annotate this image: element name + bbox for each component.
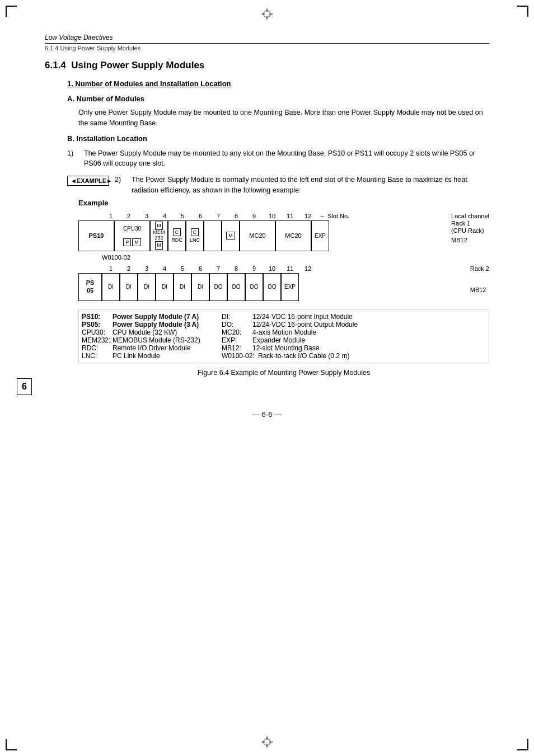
- legend-right-exp: EXP: Expander Module: [222, 336, 486, 344]
- legend-key-do: DO:: [222, 321, 252, 328]
- item-text-1: The Power Supply Module may be mounted t…: [84, 148, 489, 170]
- legend-val-exp: Expander Module: [252, 336, 305, 344]
- numbered-heading-1: 1. Number of Modules and Installation Lo…: [67, 79, 489, 88]
- legend-left-cpu30: CPU30: CPU Module (32 KW): [82, 328, 205, 336]
- rack1-m-box-2: M: [155, 241, 163, 250]
- r2-slot-12: 12: [299, 265, 317, 272]
- sub-heading-b: B. Installation Location: [67, 134, 489, 143]
- rack1-exp: EXP: [311, 220, 329, 251]
- rack2-ps05: PS05: [78, 273, 102, 301]
- rack2-exp: EXP: [281, 273, 299, 301]
- legend-row-mem232: MEM232: MEMOBUS Module (RS-232) EXP: Exp…: [82, 336, 486, 344]
- rack1-mb12: MB12: [451, 237, 489, 243]
- rack1-mem-label: MEM232: [153, 230, 165, 241]
- rack1-mem232: M MEM232 M: [150, 220, 168, 251]
- rack2-mb12: MB12: [470, 287, 489, 293]
- rack2-di2: DI: [120, 273, 138, 301]
- legend-key-di: DI:: [222, 313, 252, 321]
- rack2-di3: DI: [138, 273, 156, 301]
- rack1-mc20-2: MC20: [275, 220, 311, 251]
- header-section: Low Voltage Directives: [45, 34, 489, 44]
- legend-left-rdc: RDC: Remote I/O Driver Module: [82, 344, 205, 352]
- rack1-c-box-2: C: [191, 228, 199, 236]
- corner-br: [517, 739, 528, 750]
- example-label: Example: [78, 199, 489, 207]
- item-text-2: The Power Supply Module is normally moun…: [132, 175, 489, 196]
- slot-num-10: 10: [263, 213, 281, 219]
- item-number-2: 2): [115, 175, 132, 196]
- legend-row-ps05: PS05: Power Supply Module (3 A) DO: 12/2…: [82, 321, 486, 328]
- diagram-container: 1 2 3 4 5 6 7 8 9 10 11 12 ← Slot No.: [78, 213, 489, 377]
- example-row: ◄EXAMPLE► 2) The Power Supply Module is …: [67, 175, 489, 196]
- legend-val-ps05: Power Supply Module (3 A): [113, 321, 199, 328]
- legend-row-ps10: PS10: Power Supply Module (7 A) DI: 12/2…: [82, 313, 486, 321]
- slot-num-7: 7: [209, 213, 227, 219]
- corner-tl: [6, 6, 17, 17]
- legend-key-ps10: PS10:: [82, 313, 113, 321]
- legend-row-cpu30: CPU30: CPU Module (32 KW) MC20: 4-axis M…: [82, 328, 486, 336]
- slot-num-4: 4: [156, 213, 174, 219]
- rack1-p-module: P: [123, 238, 131, 246]
- cable-label: W0100-02: [102, 254, 489, 261]
- rack1-ps10: PS10: [78, 220, 114, 251]
- r2-slot-5: 5: [174, 265, 191, 272]
- rack1-lnc: C LNC: [186, 220, 204, 251]
- r2-slot-8: 8: [227, 265, 245, 272]
- r2-slot-1: 1: [102, 265, 120, 272]
- rack2-do2: DO: [227, 273, 245, 301]
- legend-val-do: 12/24-VDC 16-point Output Module: [252, 321, 358, 328]
- rack2-di5: DI: [174, 273, 191, 301]
- section-number: 6.1.4: [45, 60, 66, 71]
- rack2-do3: DO: [245, 273, 263, 301]
- rack2-di1: DI: [102, 273, 120, 301]
- legend-val-mem232: MEMOBUS Module (RS-232): [113, 336, 200, 344]
- corner-tr: [517, 6, 528, 17]
- rack1-m-box: M: [155, 222, 163, 230]
- rack1-modules: PS10 CPU30 P M M MEM232: [78, 220, 447, 251]
- section-title: 6.1.4 Using Power Supply Modules: [45, 60, 489, 71]
- rack1-rdc: C RDC: [168, 220, 186, 251]
- rack1-rdc-label: RDC: [171, 237, 182, 243]
- subheader: 6.1.4 Using Power Supply Modules: [45, 45, 489, 51]
- legend-val-di: 12/24-VDC 16-point Input Module: [252, 313, 353, 321]
- page-content: Low Voltage Directives 6.1.4 Using Power…: [45, 34, 489, 377]
- legend-row-lnc: LNC: PC Link Module W0100-02: Rack-to-ra…: [82, 352, 486, 360]
- header-title: Low Voltage Directives: [45, 34, 489, 41]
- rack1-rack-label: Rack 1: [451, 220, 489, 227]
- slot-num-6: 6: [191, 213, 209, 219]
- r2-slot-11: 11: [281, 265, 299, 272]
- rack1-slot7-empty: [204, 220, 222, 251]
- rack2-slot-numbers: 1 2 3 4 5 6 7 8 9 10 11 12: [102, 265, 466, 272]
- legend-row-rdc: RDC: Remote I/O Driver Module MB12: 12-s…: [82, 344, 486, 352]
- rack1-m-module-1: M: [132, 238, 141, 246]
- legend-key-rdc: RDC:: [82, 344, 113, 352]
- section-name: Using Power Supply Modules: [71, 60, 204, 71]
- legend-right-di: DI: 12/24-VDC 16-point Input Module: [222, 313, 486, 321]
- slot-num-8: 8: [227, 213, 245, 219]
- legend-key-cpu30: CPU30:: [82, 328, 113, 336]
- slot-num-11: 11: [281, 213, 299, 219]
- legend-key-lnc: LNC:: [82, 352, 113, 360]
- rack1-slot8-m: M: [222, 220, 240, 251]
- rack2-rack-label: Rack 2: [470, 265, 489, 272]
- legend-key-mb12: MB12:: [222, 344, 252, 352]
- item-number-1: 1): [67, 148, 84, 170]
- rack2-di4: DI: [156, 273, 174, 301]
- crosshair-top-icon: [261, 8, 273, 20]
- install-item-1: 1) The Power Supply Module may be mounte…: [67, 148, 489, 170]
- legend-right-mc20: MC20: 4-axis Motion Module: [222, 328, 486, 336]
- r2-slot-10: 10: [263, 265, 281, 272]
- page-number: — 6-6 —: [0, 410, 534, 419]
- slot-num-9: 9: [245, 213, 263, 219]
- sidebar-chapter-number: 6: [17, 378, 32, 395]
- rack2-di6: DI: [191, 273, 209, 301]
- legend-key-ps05: PS05:: [82, 321, 113, 328]
- legend-key-mem232: MEM232:: [82, 336, 113, 344]
- rack1-lnc-label: LNC: [190, 237, 200, 243]
- legend-right-do: DO: 12/24-VDC 16-point Output Module: [222, 321, 486, 328]
- r2-slot-2: 2: [120, 265, 138, 272]
- legend-left-mem232: MEM232: MEMOBUS Module (RS-232): [82, 336, 205, 344]
- figure-caption: Figure 6.4 Example of Mounting Power Sup…: [78, 369, 489, 377]
- rack1-slot-numbers: 1 2 3 4 5 6 7 8 9 10 11 12 ← Slot No.: [102, 213, 447, 219]
- slot-num-3: 3: [138, 213, 156, 219]
